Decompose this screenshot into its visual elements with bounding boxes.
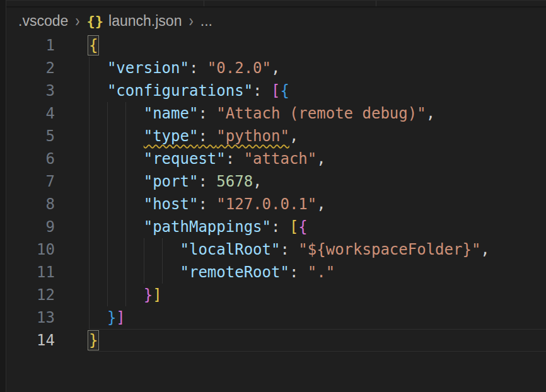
breadcrumb-item-folder[interactable]: .vscode <box>18 13 68 30</box>
code-line-content[interactable]: "host": "127.0.0.1", <box>89 193 546 216</box>
code-token: "python" <box>216 127 289 145</box>
code-line: 10 "localRoot": "${workspaceFolder}", <box>6 238 546 261</box>
line-number[interactable]: 1 <box>6 34 55 57</box>
code-line: 6 "request": "attach", <box>6 147 546 170</box>
indent-guide <box>107 170 108 193</box>
indent-guide <box>89 306 90 329</box>
indent-guide <box>107 238 108 261</box>
breadcrumb-item-symbol[interactable]: ... <box>200 13 212 30</box>
breadcrumb-item-file[interactable]: {} launch.json <box>87 13 182 30</box>
code-line-content[interactable]: "localRoot": "${workspaceFolder}", <box>89 238 546 261</box>
indent-guide <box>125 147 126 170</box>
code-line-content[interactable]: } <box>89 329 546 352</box>
code-token: , <box>289 127 298 145</box>
indent-guide <box>162 261 163 284</box>
code-token: "0.2.0" <box>207 59 271 77</box>
code-token <box>89 59 107 77</box>
code-token: : <box>189 59 207 77</box>
code-line-content[interactable]: "port": 5678, <box>89 170 546 193</box>
code-line-content[interactable]: }] <box>89 284 546 306</box>
code-line: 12 }] <box>6 284 546 306</box>
indent-guide <box>107 261 108 284</box>
line-number[interactable]: 10 <box>6 238 55 261</box>
line-number[interactable]: 9 <box>6 216 55 238</box>
breadcrumb: .vscode › {} launch.json › ... <box>6 8 546 34</box>
code-token: : <box>280 241 298 258</box>
indent-guide <box>89 102 90 125</box>
line-number[interactable]: 8 <box>6 193 55 216</box>
code-token: [ <box>271 82 280 100</box>
line-number[interactable]: 5 <box>6 125 55 147</box>
line-number[interactable]: 7 <box>6 170 55 193</box>
indent-guide <box>89 193 90 216</box>
code-token: "localRoot" <box>180 241 281 258</box>
code-token <box>89 263 180 281</box>
indent-guide <box>125 284 126 306</box>
code-line-content[interactable]: "version": "0.2.0", <box>89 57 546 79</box>
code-token: } <box>144 286 153 304</box>
code-token: "request" <box>144 150 226 168</box>
editor-group: .vscode › {} launch.json › ... 1{2 "vers… <box>6 0 546 392</box>
indent-guide <box>89 216 90 238</box>
code-token: , <box>480 241 489 258</box>
code-line-content[interactable]: "pathMappings": [{ <box>89 216 546 238</box>
indent-guide <box>144 261 144 284</box>
line-number[interactable]: 12 <box>6 284 55 306</box>
code-line: 1{ <box>6 34 546 57</box>
bracket-match-token: { <box>89 37 98 54</box>
code-line-content[interactable]: "name": "Attach (remote debug)", <box>89 102 546 125</box>
code-token <box>89 82 107 100</box>
code-line: 2 "version": "0.2.0", <box>6 57 546 79</box>
code-token: "." <box>308 263 335 281</box>
indent-guide <box>89 238 90 261</box>
tab-segment[interactable] <box>204 1 376 6</box>
code-token: : <box>253 82 271 100</box>
indent-guide <box>144 238 144 261</box>
code-line-content[interactable]: "request": "attach", <box>89 147 546 170</box>
indent-guide <box>125 170 126 193</box>
code-line-content[interactable]: }] <box>89 306 546 329</box>
indent-guide <box>107 216 108 238</box>
code-token <box>89 309 107 326</box>
code-token: : <box>198 173 216 190</box>
line-number[interactable]: 13 <box>6 306 55 329</box>
code-token: : <box>271 218 289 236</box>
line-number[interactable]: 11 <box>6 261 55 284</box>
tab-segment[interactable] <box>6 1 204 6</box>
code-lines[interactable]: 1{2 "version": "0.2.0",3 "configurations… <box>6 34 546 392</box>
vscode-editor-window: .vscode › {} launch.json › ... 1{2 "vers… <box>0 0 546 392</box>
line-number[interactable]: 6 <box>6 147 55 170</box>
code-token: "Attach (remote debug)" <box>216 105 426 122</box>
indent-guide <box>89 125 90 147</box>
line-number[interactable]: 4 <box>6 102 55 125</box>
json-file-icon: {} <box>87 13 104 29</box>
code-token: "host" <box>144 195 199 213</box>
line-number[interactable]: 14 <box>6 329 55 352</box>
code-token: : <box>198 195 216 213</box>
code-line: 9 "pathMappings": [{ <box>6 216 546 238</box>
indent-guide <box>89 284 90 306</box>
code-line-content[interactable]: { <box>89 34 546 57</box>
code-line: 8 "host": "127.0.0.1", <box>6 193 546 216</box>
code-token: "version" <box>107 59 189 77</box>
code-token: "configurations" <box>107 82 253 100</box>
code-token <box>89 286 144 304</box>
bracket-match-token: } <box>89 331 98 349</box>
code-token <box>89 241 180 258</box>
indent-guide <box>162 238 163 261</box>
code-token: "127.0.0.1" <box>216 195 317 213</box>
code-line: 3 "configurations": [{ <box>6 79 546 102</box>
line-number[interactable]: 3 <box>6 79 55 102</box>
indent-guide <box>107 193 108 216</box>
code-line-content[interactable]: "remoteRoot": "." <box>89 261 546 284</box>
code-line-content[interactable]: "type": "python", <box>89 125 546 147</box>
code-token: , <box>317 195 325 213</box>
tab-segment[interactable] <box>376 1 546 6</box>
indent-guide <box>89 79 90 102</box>
code-token: { <box>280 82 289 100</box>
window-left-edge <box>0 0 6 392</box>
line-number[interactable]: 2 <box>6 57 55 79</box>
code-line-content[interactable]: "configurations": [{ <box>89 79 546 102</box>
chevron-right-icon: › <box>75 11 79 32</box>
code-token: , <box>271 59 280 77</box>
